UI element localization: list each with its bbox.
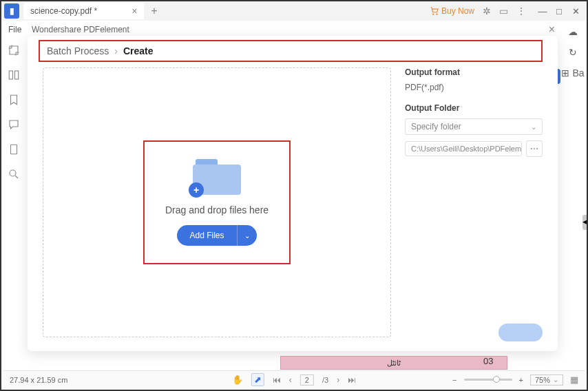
first-page-button[interactable]: ⏮ [273,375,281,385]
maximize-button[interactable]: □ [551,3,567,19]
dropzone-text: Drag and drop files here [165,204,269,215]
prev-page-button[interactable]: ‹ [289,375,292,385]
cloud-upload-icon[interactable]: ☁ [568,26,578,37]
fit-page-icon[interactable]: ▦ [570,374,578,385]
batch-process-modal: Batch Process › Create + Drag and drop f… [28,36,558,351]
crop-icon[interactable] [8,44,20,56]
folder-select[interactable]: Specify folder ⌄ [405,118,543,135]
breadcrumb-root[interactable]: Batch Process [47,45,109,56]
buy-now-link[interactable]: Buy Now [430,6,474,16]
app-logo: ▮ [4,3,19,19]
svg-rect-4 [11,145,17,154]
chevron-down-icon: ⌄ [531,123,536,131]
svg-point-0 [433,14,434,14]
refresh-icon[interactable]: ↻ [569,47,577,58]
add-files-button[interactable]: Add Files [177,225,236,246]
folder-path-input[interactable]: C:\Users\Geili\Desktop\PDFelement\Cr [405,141,522,156]
buy-now-label: Buy Now [441,6,474,16]
breadcrumb-current: Create [123,45,154,56]
svg-rect-3 [15,71,19,79]
background-page-number: 03 [483,356,493,366]
next-page-button[interactable]: › [337,375,339,385]
chevron-right-icon: › [114,45,118,56]
last-page-button[interactable]: ⏭ [348,375,356,385]
output-format-label: Output format [405,67,543,77]
page-input[interactable]: 2 [300,374,314,385]
hand-tool-icon[interactable]: ✋ [232,374,243,385]
document-tab[interactable]: science-copy.pdf * × [23,3,144,19]
close-tab-icon[interactable]: × [132,6,137,17]
folder-add-icon: + [193,159,241,195]
zoom-value: 75% [535,376,550,384]
file-dropzone[interactable]: + Drag and drop files here Add Files ⌄ [43,67,391,337]
comment-icon[interactable] [8,118,20,131]
svg-rect-2 [9,71,12,79]
select-tool-icon[interactable]: ⬈ [251,373,264,386]
zoom-in-button[interactable]: + [519,376,523,384]
tab-title: science-copy.pdf * [30,6,97,16]
notification-icon[interactable]: ▭ [499,6,508,17]
search-icon[interactable] [8,168,20,180]
batch-tool-icon[interactable]: ⊞ Ba [561,67,584,78]
page-total: /3 [322,376,328,384]
chevron-down-icon: ⌄ [553,376,558,383]
page-dimensions: 27.94 x 21.59 cm [10,376,67,384]
file-menu[interactable]: File [8,25,21,34]
svg-point-5 [10,170,16,176]
modal-title: Wondershare PDFelement [32,25,129,34]
zoom-select[interactable]: 75% ⌄ [530,374,563,385]
close-window-button[interactable]: ✕ [567,3,584,19]
more-icon[interactable]: ⋮ [516,6,526,17]
thumbnails-icon[interactable] [8,69,20,81]
minimize-button[interactable]: — [534,3,551,19]
panel-expand-handle[interactable]: ◂ [582,215,587,230]
output-folder-label: Output Folder [405,103,543,113]
zoom-slider[interactable] [464,379,512,381]
svg-point-1 [437,14,437,14]
apply-button[interactable] [498,324,543,341]
add-files-dropdown[interactable]: ⌄ [237,225,257,246]
modal-close-icon[interactable]: × [549,23,555,36]
folder-select-value: Specify folder [411,122,461,131]
output-format-value: PDF(*.pdf) [405,83,543,92]
browse-folder-button[interactable]: ⋯ [526,140,543,157]
background-bar: ٹائٹل [280,356,507,370]
share-icon[interactable]: ✲ [483,6,491,17]
new-tab-button[interactable]: + [151,5,157,17]
bookmark-icon[interactable] [8,94,20,106]
breadcrumb: Batch Process › Create [39,40,543,62]
zoom-out-button[interactable]: − [452,376,456,384]
attachment-icon[interactable] [8,143,20,156]
